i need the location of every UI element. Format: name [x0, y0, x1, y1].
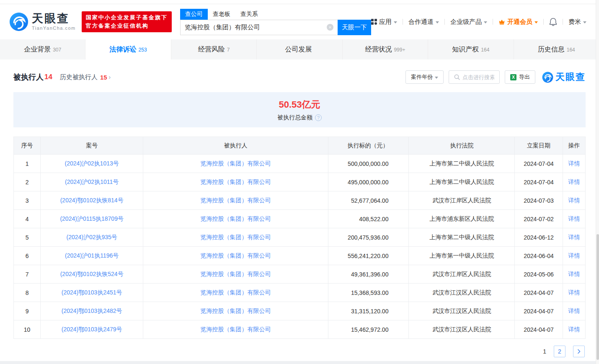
scrollbar-thumb[interactable] [596, 234, 599, 360]
case-number-link[interactable]: (2024)鄂0103执2451号 [62, 289, 122, 296]
case-year-label: 案件年份 [411, 73, 433, 81]
header-menu: 应用 合作通道 企业级产品 开通会员 [371, 18, 599, 26]
detail-tab[interactable]: 公司发展 [257, 39, 342, 59]
cell-amount: 408,522.00 [328, 210, 409, 228]
executed-person-link[interactable]: 览海控股（集团）有限公司 [200, 326, 271, 333]
executed-person-link[interactable]: 览海控股（集团）有限公司 [200, 271, 271, 277]
table-search-box[interactable] [449, 70, 500, 84]
search-type-tab[interactable]: 查老板 [208, 9, 235, 20]
menu-partner-label: 合作通道 [408, 18, 434, 26]
cell-court: 上海市第二中级人民法院 [409, 155, 515, 173]
menu-enterprise-products[interactable]: 企业级产品 [450, 18, 487, 26]
case-number-link[interactable]: (2024)鄂0103执2479号 [62, 326, 122, 333]
cell-no: 1 [14, 155, 41, 173]
detail-link[interactable]: 详情 [568, 160, 580, 167]
tianyancha-logo[interactable]: 天眼查 TianYanCha.com [9, 12, 76, 31]
detail-link[interactable]: 详情 [568, 197, 580, 204]
detail-tab[interactable]: 经营状况 999+ [343, 39, 428, 59]
detail-link[interactable]: 详情 [568, 234, 580, 240]
logo-domain-text: TianYanCha.com [32, 26, 76, 31]
cell-court: 武汉市江汉区人民法院 [409, 284, 515, 302]
badge-line1: 国家中小企业发展子基金旗下 [86, 13, 168, 22]
detail-link[interactable]: 详情 [568, 178, 580, 185]
detail-tab[interactable]: 知识产权 164 [428, 39, 514, 59]
search-type-tab[interactable]: 查关系 [235, 9, 263, 20]
case-number-link[interactable]: (2024)沪0115执18709号 [60, 215, 124, 222]
history-executed-link[interactable]: 历史被执行人 15 › [60, 73, 111, 81]
executed-person-link[interactable]: 览海控股（集团）有限公司 [200, 178, 271, 185]
executed-person-link[interactable]: 览海控股（集团）有限公司 [200, 289, 271, 296]
pagination-current-page: 1 [543, 348, 546, 355]
detail-tab-label: 知识产权 [452, 45, 479, 54]
chevron-down-icon [436, 21, 439, 23]
notifications-button[interactable] [549, 18, 557, 26]
detail-link[interactable]: 详情 [568, 289, 580, 296]
menu-user[interactable]: 费米 [568, 18, 586, 26]
executed-person-link[interactable]: 览海控股（集团）有限公司 [200, 307, 271, 314]
case-number-link[interactable]: (2024)沪01执1196号 [65, 252, 119, 259]
cell-no: 8 [14, 284, 41, 302]
detail-link[interactable]: 详情 [568, 271, 580, 277]
case-number-link[interactable]: (2024)沪02执1013号 [65, 160, 119, 167]
case-number-link[interactable]: (2024)鄂0102执恢814号 [60, 197, 124, 204]
page-top-divider [0, 0, 599, 4]
executed-person-link[interactable]: 览海控股（集团）有限公司 [200, 234, 271, 240]
cell-date: 2024-04-07 [515, 320, 563, 339]
export-button[interactable]: X 导出 [505, 70, 535, 84]
menu-user-label: 费米 [568, 18, 581, 26]
cell-amount: 15,462,972.00 [328, 320, 409, 339]
help-icon[interactable]: ? [315, 114, 322, 121]
executed-person-link[interactable]: 览海控股（集团）有限公司 [200, 197, 271, 204]
watermark-brand-text: 天眼查 [555, 71, 586, 83]
cell-date: 2024-04-07 [515, 302, 563, 320]
menu-open-vip[interactable]: 开通会员 [498, 18, 538, 26]
detail-tab[interactable]: 经营风险 7 [171, 39, 257, 59]
cell-amount: 15,368,593.00 [328, 284, 409, 302]
company-search-input[interactable] [181, 24, 327, 31]
history-count: 15 [100, 74, 107, 81]
table-search-input[interactable] [462, 74, 494, 80]
detail-tab-count: 999+ [394, 47, 405, 53]
detail-tab[interactable]: 企业背景 307 [0, 39, 85, 59]
company-detail-tabs: 企业背景 307 法律诉讼 253 经营风险 7 公司发展 经营状况 999+ … [0, 39, 599, 59]
pagination-next-button[interactable] [573, 346, 585, 357]
search-type-tab[interactable]: 查公司 [180, 9, 208, 20]
detail-link[interactable]: 详情 [568, 215, 580, 222]
executed-person-link[interactable]: 览海控股（集团）有限公司 [200, 215, 271, 222]
case-year-filter[interactable]: 案件年份 [405, 70, 444, 84]
cell-no: 10 [14, 320, 41, 339]
apps-grid-icon [371, 19, 377, 25]
detail-tab[interactable]: 历史信息 164 [514, 39, 599, 59]
col-header-person: 被执行人 [143, 137, 328, 155]
cell-no: 9 [14, 302, 41, 320]
case-number-link[interactable]: (2024)鄂0102执恢524号 [60, 271, 124, 277]
scrollbar[interactable] [596, 0, 599, 364]
case-number-link[interactable]: (2024)沪02执1011号 [65, 178, 119, 185]
detail-link[interactable]: 详情 [568, 307, 580, 314]
executed-person-link[interactable]: 览海控股（集团）有限公司 [200, 160, 271, 167]
search-submit-button[interactable]: 天眼一下 [338, 20, 371, 35]
site-header: 天眼查 TianYanCha.com 国家中小企业发展子基金旗下 官方备案企业征… [0, 4, 599, 39]
detail-tab[interactable]: 法律诉讼 253 [85, 39, 171, 59]
detail-tab-label: 历史信息 [538, 45, 565, 54]
clear-icon[interactable]: × [327, 24, 333, 31]
tianyancha-logo-icon [542, 72, 553, 83]
detail-tab-label: 公司发展 [285, 45, 312, 54]
table-row: 8 (2024)鄂0103执2451号 览海控股（集团）有限公司 15,368,… [14, 284, 586, 302]
total-amount-value: 50.53亿元 [279, 98, 320, 111]
detail-link[interactable]: 详情 [568, 252, 580, 259]
case-number-link[interactable]: (2024)沪02执935号 [66, 234, 117, 240]
menu-divider [563, 19, 563, 25]
menu-partner-channel[interactable]: 合作通道 [408, 18, 439, 26]
table-row: 4 (2024)沪0115执18709号 览海控股（集团）有限公司 408,52… [14, 210, 586, 228]
cell-no: 2 [14, 173, 41, 191]
cell-no: 5 [14, 228, 41, 247]
menu-apps[interactable]: 应用 [371, 18, 397, 26]
section-count-badge: 14 [44, 73, 52, 81]
executed-person-link[interactable]: 览海控股（集团）有限公司 [200, 252, 271, 259]
case-number-link[interactable]: (2024)鄂0103执2482号 [62, 307, 122, 314]
detail-link[interactable]: 详情 [568, 326, 580, 333]
detail-tab-label: 经营风险 [198, 45, 225, 54]
pagination-page-2[interactable]: 2 [554, 346, 565, 357]
header-search: 查公司 查老板 查关系 × 天眼一下 [180, 9, 371, 35]
